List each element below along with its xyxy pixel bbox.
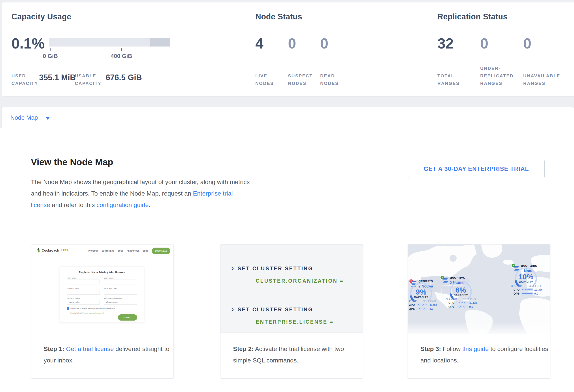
usable-capacity-label: USABLE CAPACITY bbox=[75, 72, 103, 87]
cpu-value: 42.5% bbox=[469, 301, 477, 304]
step-number: Step 1: bbox=[44, 345, 64, 352]
step-number: Step 3: bbox=[420, 345, 441, 352]
node-map-dropdown-label: Node Map bbox=[10, 114, 38, 121]
qps-value: 4.7 bbox=[430, 307, 433, 310]
step-number: Step 2: bbox=[233, 345, 254, 352]
company-name-label: COMPANY NAME bbox=[67, 287, 80, 289]
sql-setting-line: ENTERPRISE.LICENSE = bbox=[256, 319, 334, 325]
step3-caption: Step 3: Follow this guide to configure l… bbox=[420, 343, 548, 366]
sql-prompt-line: > SET CLUSTER SETTING bbox=[231, 266, 313, 272]
qps-sparkline bbox=[456, 305, 468, 308]
company-email-label: COMPANY EMAIL bbox=[104, 287, 118, 289]
capacity-tick bbox=[50, 48, 51, 51]
map-fade bbox=[408, 322, 550, 334]
cpu-sparkline bbox=[417, 303, 428, 306]
cpu-label: CPU bbox=[409, 303, 417, 306]
get-enterprise-trial-button[interactable]: GET A 30-DAY ENTERPRISE TRIAL bbox=[408, 160, 545, 178]
qps-value: 0.0 bbox=[534, 292, 538, 295]
brand-text: Cockroach bbox=[42, 248, 59, 252]
capacity-tick bbox=[121, 48, 122, 51]
company-name-input bbox=[67, 290, 100, 295]
sql-prompt-line: > SET CLUSTER SETTING bbox=[231, 307, 313, 313]
capacity-range: 3.2 GiB 35.1 GiB bbox=[408, 299, 436, 303]
this-guide-link[interactable]: this guide bbox=[462, 345, 489, 352]
capacity-bar bbox=[49, 38, 170, 47]
divider bbox=[31, 231, 547, 231]
qps-sparkline bbox=[417, 307, 428, 310]
cpu-row: CPU 11.0% bbox=[409, 303, 440, 306]
license-agreement-checkbox-row: I agree to the Software License Agreemen… bbox=[67, 312, 104, 314]
used-gib: 3.6 GiB bbox=[511, 284, 522, 288]
replication-status-title: Replication Status bbox=[437, 12, 508, 21]
cockroachlabs-logo: Cockroach LABS bbox=[37, 248, 68, 253]
capacity-bar-reserved bbox=[150, 38, 170, 47]
intro-paragraph: The Node Map shows the geographical layo… bbox=[31, 176, 252, 211]
total-ranges-label: TOTAL RANGES bbox=[437, 72, 464, 87]
cpu-value: 11.0% bbox=[430, 303, 437, 306]
configuration-guide-link[interactable]: configuration guide bbox=[96, 202, 149, 208]
section-gap bbox=[0, 96, 574, 107]
cockroach-icon bbox=[37, 248, 41, 253]
form-title: Register for a 30-day trial license bbox=[60, 271, 144, 274]
project-phase-select: Please Select bbox=[67, 300, 100, 305]
first-name-input bbox=[67, 280, 100, 284]
used-capacity-label: USED CAPACITY bbox=[11, 72, 39, 87]
qps-sparkline bbox=[521, 292, 533, 295]
node-map-info-section: View the Node Map The Node Map shows the… bbox=[0, 128, 574, 392]
chevron-down-icon bbox=[45, 117, 50, 120]
cpu-sparkline bbox=[456, 301, 468, 304]
page-title: View the Node Map bbox=[31, 157, 113, 167]
sql-setting-line: CLUSTER.ORGANIZATION = bbox=[256, 278, 344, 284]
nav-item: RESOURCES bbox=[127, 250, 139, 252]
capacity-label: CAPACITY bbox=[447, 294, 474, 297]
capacity-usage-title: Capacity Usage bbox=[11, 12, 71, 21]
unavailable-value: 0 bbox=[523, 35, 532, 52]
under-replicated-value: 0 bbox=[480, 35, 488, 52]
checkbox-empty-icon bbox=[67, 312, 69, 314]
total-gib: 35.1 GiB bbox=[423, 299, 436, 303]
license-agreement-text: I agree to the Software License Agreemen… bbox=[70, 312, 104, 314]
email-updates-checkbox-row: ✓ I would like to receive email updates … bbox=[67, 307, 116, 310]
intro-text: and refer to this bbox=[50, 202, 96, 208]
capacity-percent: 6% bbox=[447, 286, 474, 294]
cluster-summary-panel: Capacity Usage 0.1% 0 GiB 400 GiB USED C… bbox=[2, 2, 574, 96]
dead-nodes-label: DEAD NODES bbox=[320, 72, 345, 87]
capacity-label: CAPACITY bbox=[512, 280, 540, 283]
capacity-range: 3.7 GiB 65.7 GiB bbox=[446, 297, 476, 301]
first-name-label: FIRST NAME bbox=[67, 277, 77, 279]
qps-value: 0.0 bbox=[469, 305, 473, 308]
step1-caption: Step 1: Get a trial license delivered st… bbox=[44, 343, 172, 366]
capacity-percent: 0.1% bbox=[11, 35, 44, 52]
step2-caption: Step 2: Activate the trial license with … bbox=[233, 343, 361, 366]
email-updates-text: I would like to receive email updates ab… bbox=[70, 308, 116, 310]
capacity-tick-label: 400 GiB bbox=[104, 53, 139, 59]
capacity-percent: 9% bbox=[408, 288, 435, 296]
node-map-dropdown[interactable]: Node Map bbox=[2, 107, 574, 128]
qps-row: QPS 4.7 bbox=[409, 307, 440, 310]
cpu-row: CPU 42.5% bbox=[449, 301, 479, 304]
step1-card: Cockroach LABS PRODUCT CUSTOMERS DOCS RE… bbox=[31, 244, 174, 378]
used-gib: 3.7 GiB bbox=[446, 297, 457, 301]
last-name-input bbox=[104, 280, 137, 284]
project-phase-label: PROJECT PHASE bbox=[67, 298, 80, 299]
checkbox-checked-icon: ✓ bbox=[67, 307, 69, 310]
qps-label: QPS bbox=[409, 307, 417, 310]
submit-button: SUBMIT bbox=[118, 314, 137, 320]
get-trial-license-link[interactable]: Get a trial license bbox=[66, 345, 114, 352]
reason-label: REASON FOR INTEREST bbox=[104, 298, 123, 299]
mini-site-nav: PRODUCT CUSTOMERS DOCS RESOURCES BLOG DO… bbox=[88, 248, 170, 254]
cpu-label: CPU bbox=[449, 301, 456, 304]
under-replicated-label: UNDER-REPLICATED RANGES bbox=[480, 65, 521, 87]
reason-select: Please Select bbox=[104, 300, 137, 305]
software-license-link: Software License Agreement. bbox=[81, 312, 104, 314]
cpu-label: CPU bbox=[513, 288, 521, 291]
usable-capacity-value: 676.5 GiB bbox=[106, 73, 142, 82]
capacity-percent: 10% bbox=[512, 273, 540, 281]
qps-row: QPS 0.0 bbox=[449, 305, 479, 308]
qps-label: QPS bbox=[449, 305, 456, 308]
mini-site-header: Cockroach LABS PRODUCT CUSTOMERS DOCS RE… bbox=[31, 244, 173, 257]
capacity-tick bbox=[157, 48, 157, 51]
total-ranges-value: 32 bbox=[437, 35, 453, 52]
unavailable-label: UNAVAILABLE RANGES bbox=[523, 72, 567, 87]
trial-license-form: Register for a 30-day trial license FIRS… bbox=[60, 266, 144, 322]
